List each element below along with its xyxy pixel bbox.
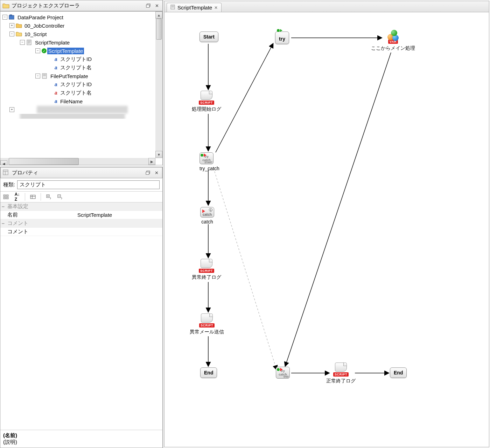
properties-toolbar: A↓Z xyxy=(0,192,162,202)
svg-rect-3 xyxy=(10,15,12,16)
tree-fp-script-name[interactable]: a スクリプト名 xyxy=(0,89,162,97)
flow-node-end-right[interactable]: End xyxy=(390,367,407,378)
flow-node-start-log[interactable]: SCRIPT 処理開始ログ xyxy=(192,91,221,112)
svg-line-25 xyxy=(214,168,276,370)
tree-obscured-2[interactable] xyxy=(0,114,162,119)
scroll-right-icon[interactable]: ▶ xyxy=(148,158,155,165)
trycatch-start-icon: trycatch START xyxy=(200,152,214,164)
check-icon: ✓ xyxy=(42,48,47,53)
close-icon[interactable]: ✕ xyxy=(153,2,160,9)
folder-open-icon xyxy=(16,31,22,37)
explorer-header: プロジェクトエクスプローラ ✕ xyxy=(0,0,163,11)
obscured-content xyxy=(20,114,125,119)
editor-tab-bar: ScriptTemplate ✕ xyxy=(164,1,489,12)
properties-grid[interactable]: − 基本設定 名前 ScriptTemplate − コメント コメント xyxy=(0,202,162,430)
collapse-toggle[interactable]: − xyxy=(0,204,6,209)
scroll-left-icon[interactable]: ◀ xyxy=(0,160,7,166)
collapse-toggle[interactable]: − xyxy=(2,15,7,20)
flow-node-start[interactable]: Start xyxy=(200,32,218,42)
folder-icon xyxy=(16,23,22,28)
svg-rect-11 xyxy=(4,197,6,199)
collapse-toggle[interactable]: − xyxy=(9,32,14,36)
property-row-comment[interactable]: コメント xyxy=(0,228,162,236)
tree-script-name[interactable]: a スクリプト名 xyxy=(0,63,162,72)
script-file-icon xyxy=(170,5,175,11)
properties-header: プロパティ ✕ xyxy=(0,167,162,178)
svg-rect-8 xyxy=(146,172,149,174)
explorer-title: プロジェクトエクスプローラ xyxy=(12,2,144,9)
type-input[interactable] xyxy=(17,180,160,189)
property-group-basic[interactable]: − 基本設定 xyxy=(0,202,162,211)
svg-rect-1 xyxy=(146,5,149,7)
tree-filename[interactable]: a FileName xyxy=(0,97,162,105)
tree-fp-script-id[interactable]: a スクリプトID xyxy=(0,80,162,89)
property-row-name[interactable]: 名前 ScriptTemplate xyxy=(0,211,162,219)
tab-scripttemplate[interactable]: ScriptTemplate ✕ xyxy=(167,3,222,12)
tree-scriptfolder[interactable]: − 10_Script xyxy=(0,30,162,38)
svg-rect-13 xyxy=(30,195,35,199)
tree-script-id[interactable]: a スクリプトID xyxy=(0,55,162,63)
expand-all-button[interactable] xyxy=(44,193,53,201)
flow-node-trycatch-start[interactable]: trycatch START try_catch xyxy=(200,152,219,171)
project-tree[interactable]: − DataParade Project + 00_JobController xyxy=(0,11,163,165)
folder-icon xyxy=(2,2,9,9)
script-icon: SCRIPT xyxy=(333,363,349,377)
svg-rect-5 xyxy=(42,74,47,78)
tree-jobcontroller[interactable]: + 00_JobController xyxy=(0,21,162,30)
sort-az-button[interactable]: A↓Z xyxy=(13,193,21,201)
script-file-icon xyxy=(26,40,33,45)
script-icon: SCRIPT xyxy=(199,313,215,328)
project-icon xyxy=(9,14,15,20)
svg-rect-6 xyxy=(3,170,8,175)
tree-obscured-1[interactable]: + xyxy=(0,105,162,114)
collapse-toggle[interactable]: − xyxy=(0,220,6,226)
collapse-toggle[interactable]: − xyxy=(35,74,40,78)
tree-scripttemplate-selected[interactable]: − ✓ ScriptTemplate xyxy=(0,47,162,55)
close-tab-icon[interactable]: ✕ xyxy=(214,5,218,10)
collapse-all-button[interactable] xyxy=(56,193,64,201)
tree-fileputtemplate[interactable]: − FilePutTemplate xyxy=(0,72,162,80)
trycatch-end-icon: trycatch END xyxy=(276,367,290,379)
flow-node-err-mail[interactable]: SCRIPT 異常メール送信 xyxy=(190,313,224,335)
expand-toggle[interactable]: + xyxy=(9,107,14,112)
flow-node-try[interactable]: try xyxy=(275,32,289,44)
categorized-button[interactable] xyxy=(2,193,10,201)
script-file-icon xyxy=(42,73,48,79)
scrollbar-horizontal[interactable]: ◀ ▶ xyxy=(0,158,155,165)
scroll-thumb[interactable] xyxy=(9,158,79,165)
flow-node-err-log[interactable]: SCRIPT 異常終了ログ xyxy=(192,259,221,281)
scroll-up-icon[interactable]: ▲ xyxy=(155,12,162,19)
flow-node-trycatch-end[interactable]: trycatch END xyxy=(276,367,290,379)
variable-a-red-icon: a xyxy=(53,90,59,96)
variable-a-icon: a xyxy=(53,65,59,70)
svg-rect-9 xyxy=(4,195,6,197)
properties-title: プロパティ xyxy=(12,170,143,176)
variable-a-icon: a xyxy=(53,56,59,62)
flow-node-main[interactable]: VAR ここからメイン処理 xyxy=(371,30,415,51)
restore-icon[interactable] xyxy=(145,2,152,9)
scrollbar-vertical[interactable]: ▲ ▼ xyxy=(155,12,162,158)
properties-icon xyxy=(3,170,10,176)
expand-toggle[interactable]: + xyxy=(9,23,14,28)
scroll-down-icon[interactable]: ▼ xyxy=(155,151,162,158)
flow-node-end-left[interactable]: End xyxy=(200,367,217,378)
flow-canvas[interactable]: Start SCRIPT 処理開始ログ trycatch START try_c… xyxy=(164,12,489,447)
var-icon: VAR xyxy=(385,30,401,44)
property-type-row: 種類: xyxy=(0,178,162,192)
tree-file-scripttemplate[interactable]: − ScriptTemplate xyxy=(0,38,162,47)
tree-root[interactable]: − DataParade Project xyxy=(0,13,162,21)
properties-footer: (名前) (説明) xyxy=(0,430,162,448)
variable-a-icon: a xyxy=(53,98,59,104)
flow-node-ok-log[interactable]: SCRIPT 正常終了ログ xyxy=(326,363,356,384)
property-group-comment[interactable]: − コメント xyxy=(0,219,162,228)
show-grid-button[interactable] xyxy=(29,193,37,201)
collapse-toggle[interactable]: − xyxy=(20,40,25,45)
catch-icon: 1 catch xyxy=(200,207,214,218)
collapse-toggle[interactable]: − xyxy=(35,48,40,53)
script-icon: SCRIPT xyxy=(199,91,214,105)
svg-rect-4 xyxy=(27,40,31,45)
flow-node-catch[interactable]: 1 catch catch xyxy=(200,207,214,225)
scroll-thumb[interactable] xyxy=(156,19,162,40)
restore-icon[interactable] xyxy=(145,170,152,176)
close-icon[interactable]: ✕ xyxy=(153,170,160,176)
